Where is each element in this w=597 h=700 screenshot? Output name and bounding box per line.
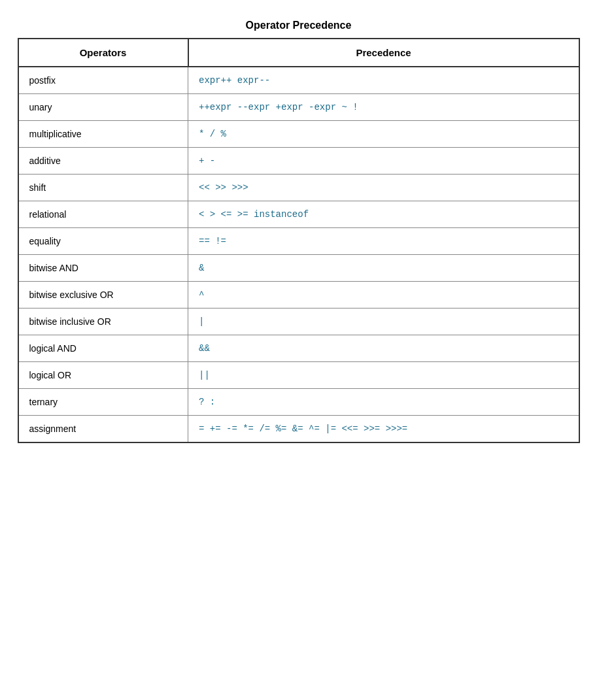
table-row: unary++expr --expr +expr -expr ~ ! <box>18 94 579 121</box>
header-operators: Operators <box>18 39 188 67</box>
table-row: ternary? : <box>18 389 579 416</box>
header-precedence: Precedence <box>188 39 579 67</box>
table-row: postfixexpr++ expr-- <box>18 67 579 94</box>
precedence-cell: expr++ expr-- <box>188 67 579 94</box>
table-row: multiplicative* / % <box>18 121 579 148</box>
table-row: shift<< >> >>> <box>18 175 579 201</box>
table-row: bitwise inclusive OR| <box>18 308 579 335</box>
precedence-cell: | <box>188 308 579 335</box>
operator-cell: logical OR <box>18 362 188 389</box>
precedence-cell: * / % <box>188 121 579 148</box>
precedence-cell: ? : <box>188 389 579 416</box>
precedence-cell: + - <box>188 148 579 175</box>
table-row: logical AND&& <box>18 335 579 362</box>
operator-precedence-table: Operators Precedence postfixexpr++ expr-… <box>18 38 580 443</box>
table-header-row: Operators Precedence <box>18 39 579 67</box>
table-row: equality== != <box>18 228 579 255</box>
operator-cell: logical AND <box>18 335 188 362</box>
operator-cell: ternary <box>18 389 188 416</box>
table-row: bitwise exclusive OR^ <box>18 282 579 308</box>
precedence-cell: < > <= >= instanceof <box>188 201 579 228</box>
operator-cell: additive <box>18 148 188 175</box>
operator-cell: bitwise exclusive OR <box>18 282 188 308</box>
precedence-cell: == != <box>188 228 579 255</box>
table-row: relational< > <= >= instanceof <box>18 201 579 228</box>
precedence-cell: ++expr --expr +expr -expr ~ ! <box>188 94 579 121</box>
operator-cell: bitwise inclusive OR <box>18 308 188 335</box>
operator-cell: relational <box>18 201 188 228</box>
operator-cell: unary <box>18 94 188 121</box>
table-row: additive+ - <box>18 148 579 175</box>
table-row: bitwise AND& <box>18 255 579 282</box>
operator-cell: shift <box>18 175 188 201</box>
precedence-cell: || <box>188 362 579 389</box>
operator-cell: postfix <box>18 67 188 94</box>
table-row: assignment= += -= *= /= %= &= ^= |= <<= … <box>18 416 579 443</box>
operator-cell: multiplicative <box>18 121 188 148</box>
precedence-cell: = += -= *= /= %= &= ^= |= <<= >>= >>>= <box>188 416 579 443</box>
operator-cell: equality <box>18 228 188 255</box>
operator-cell: bitwise AND <box>18 255 188 282</box>
operator-cell: assignment <box>18 416 188 443</box>
table-row: logical OR|| <box>18 362 579 389</box>
precedence-cell: << >> >>> <box>188 175 579 201</box>
precedence-cell: ^ <box>188 282 579 308</box>
precedence-cell: & <box>188 255 579 282</box>
table-title: Operator Precedence <box>18 20 580 31</box>
page-container: Operator Precedence Operators Precedence… <box>18 20 580 443</box>
precedence-cell: && <box>188 335 579 362</box>
